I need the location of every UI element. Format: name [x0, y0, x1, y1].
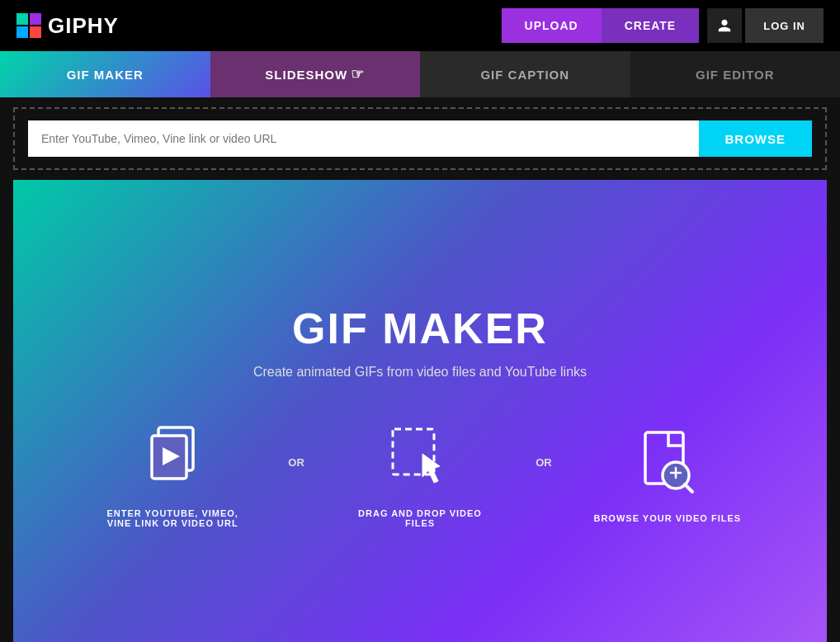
main-subtitle: Create animated GIFs from video files an… — [253, 365, 587, 380]
svg-line-7 — [685, 484, 692, 492]
browse-files-label: BROWSE YOUR VIDEO FILES — [593, 513, 741, 523]
browse-button[interactable]: BROWSE — [699, 120, 813, 157]
logo-area: GIPHY — [17, 13, 488, 39]
header: GIPHY UPLOAD CREATE LOG IN — [0, 0, 840, 51]
drag-drop-label: DRAG AND DROP VIDEOFILES — [358, 508, 482, 528]
icon-browse-files: BROWSE YOUR VIDEO FILES — [593, 426, 742, 523]
browse-files-icon — [630, 426, 705, 500]
or-separator-1: OR — [280, 456, 313, 469]
tabs-row: GIF MAKER SLIDESHOW ☞ GIF CAPTION GIF ED… — [0, 51, 840, 97]
upload-area: BROWSE — [13, 107, 827, 170]
tab-gif-editor[interactable]: GIF EDITOR — [630, 51, 841, 97]
header-right: UPLOAD CREATE LOG IN — [502, 8, 823, 43]
icons-row: ENTER YOUTUBE, VIMEO,VINE LINK OR VIDEO … — [98, 421, 742, 528]
user-icon-button[interactable] — [707, 8, 742, 43]
svg-marker-4 — [422, 454, 440, 483]
main-content: GIF MAKER Create animated GIFs from vide… — [13, 180, 827, 642]
icon-drag-drop: DRAG AND DROP VIDEOFILES — [346, 421, 494, 528]
create-button[interactable]: CREATE — [602, 8, 700, 43]
logo-text: GIPHY — [48, 13, 119, 39]
video-link-icon — [135, 421, 210, 495]
enter-url-label: ENTER YOUTUBE, VIMEO,VINE LINK OR VIDEO … — [106, 508, 238, 528]
tab-gif-caption[interactable]: GIF CAPTION — [420, 51, 630, 97]
cursor-icon: ☞ — [351, 65, 365, 83]
tab-slideshow[interactable]: SLIDESHOW ☞ — [210, 51, 421, 97]
main-title: GIF MAKER — [292, 304, 548, 353]
or-separator-2: OR — [527, 456, 560, 469]
logo-icon — [17, 13, 41, 38]
icon-enter-url: ENTER YOUTUBE, VIMEO,VINE LINK OR VIDEO … — [98, 421, 247, 528]
upload-button[interactable]: UPLOAD — [502, 8, 602, 43]
tab-gif-maker[interactable]: GIF MAKER — [0, 51, 210, 97]
login-button[interactable]: LOG IN — [745, 8, 823, 43]
drag-drop-icon — [383, 421, 457, 495]
user-icon — [717, 18, 732, 33]
url-input[interactable] — [28, 120, 699, 157]
